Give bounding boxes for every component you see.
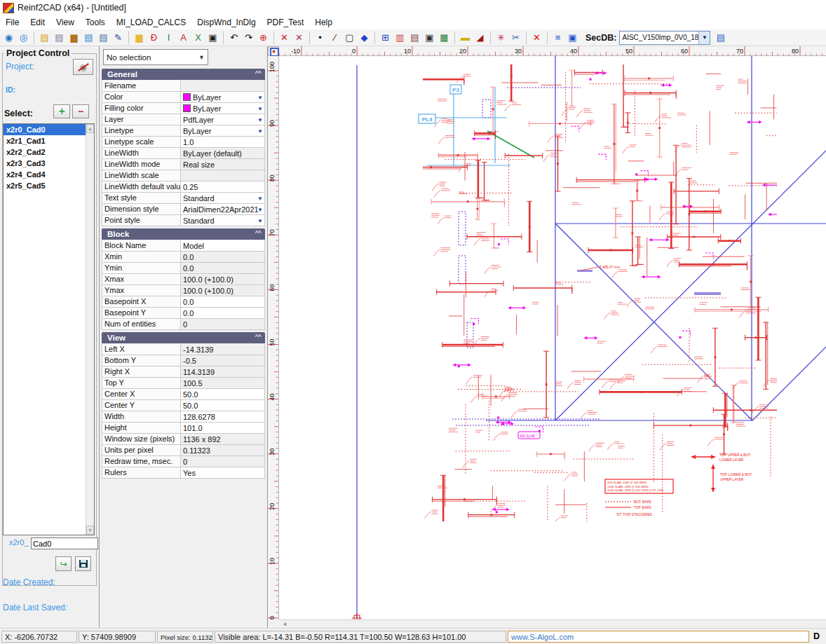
property-value[interactable]: 0.0 — [181, 308, 264, 318]
save-edit-icon[interactable]: ✎ — [111, 31, 125, 44]
erase-group-icon[interactable]: ✕ — [292, 31, 306, 44]
undo-icon[interactable]: ↶ — [227, 31, 241, 44]
list-scrollbar[interactable]: ▲ ▼ — [86, 124, 94, 535]
scroll-down-icon[interactable]: ▼ — [86, 526, 94, 535]
property-value[interactable]: 50.0 — [181, 400, 264, 411]
menu-file[interactable]: File — [0, 16, 25, 29]
draw-polyline-icon[interactable]: ▢ — [343, 31, 356, 44]
open-box-icon[interactable]: ▆ — [67, 31, 81, 44]
scroll-up-icon[interactable]: ▲ — [86, 124, 94, 133]
measure-ruler-icon[interactable]: ▬ — [459, 31, 472, 44]
menu-edit[interactable]: Edit — [25, 16, 50, 29]
menu-help[interactable]: Help — [309, 16, 338, 29]
property-value[interactable]: ByLayer▼ — [181, 92, 264, 102]
menu-pdf_test[interactable]: PDF_Test — [262, 16, 310, 29]
export-pdf-icon[interactable]: Α — [177, 31, 190, 44]
export-table-icon[interactable]: ▦ — [438, 31, 451, 44]
rename-input[interactable] — [31, 537, 98, 549]
list-view-icon[interactable]: ≡ — [551, 31, 564, 44]
secdb-settings-icon[interactable]: ▤ — [714, 31, 727, 44]
remove-cad-button[interactable]: − — [72, 104, 89, 118]
property-value[interactable]: PdfLayer▼ — [181, 114, 264, 125]
menu-view[interactable]: View — [50, 16, 80, 29]
redo-icon[interactable]: ↷ — [242, 31, 255, 44]
erase-entity-icon[interactable]: ✕ — [278, 31, 291, 44]
horizontal-scrollbar[interactable]: ◂ — [279, 619, 826, 628]
property-value[interactable]: 101.0 — [181, 423, 264, 433]
project-visibility-button[interactable]: ◉ — [73, 59, 93, 75]
svg-text:P3: P3 — [452, 87, 459, 93]
collapse-chevron-icon[interactable]: ^^ — [255, 69, 261, 76]
property-value[interactable]: ArialDimen22Apr2021▼ — [181, 204, 264, 214]
window-net-icon[interactable]: ⊞ — [379, 31, 392, 44]
dropdown-arrow-icon[interactable]: ▼ — [257, 95, 263, 101]
section-header-view[interactable]: View^^ — [102, 332, 265, 343]
chevron-down-icon[interactable]: ▼ — [698, 32, 710, 44]
drawing-settings-icon[interactable]: ▤ — [53, 31, 66, 44]
delete-all-icon[interactable]: ✕ — [530, 31, 543, 44]
section-header-block[interactable]: Block^^ — [102, 228, 265, 240]
draw-line-icon[interactable]: ∕ — [328, 31, 341, 44]
dropdown-arrow-icon[interactable]: ▼ — [257, 196, 263, 202]
copy-view-icon[interactable]: ▣ — [566, 31, 579, 44]
rebar-knot-icon[interactable]: ✳ — [494, 31, 508, 44]
property-value[interactable]: 0.0 — [181, 296, 264, 307]
refresh-windows-icon[interactable]: ▤ — [82, 31, 95, 44]
property-value[interactable]: 0.25 — [181, 181, 264, 192]
list-item[interactable]: x2r2_Cad2 — [4, 146, 86, 158]
selection-combo[interactable]: No selection ▼ — [103, 49, 208, 65]
zoom-extents-icon[interactable]: ⊕ — [257, 31, 270, 44]
menu-dispwnd_indlg[interactable]: DispWnd_InDlg — [191, 16, 261, 29]
property-value[interactable]: 128.6278 — [181, 411, 264, 422]
dropdown-arrow-icon[interactable]: ▼ — [257, 106, 263, 112]
draw-shapes-icon[interactable]: ◆ — [358, 31, 371, 44]
property-value[interactable]: Yes — [181, 467, 264, 478]
list-item[interactable]: x2r1_Cad1 — [4, 135, 86, 146]
load-cad-button[interactable]: ↪ — [55, 556, 72, 571]
list-item[interactable]: x2r4_Cad4 — [4, 169, 86, 180]
property-value[interactable]: Model — [181, 240, 264, 251]
list-item[interactable]: x2r0_Cad0 — [4, 124, 86, 135]
drawing-canvas[interactable]: P3PL4400 SLAB5,965.07 mmTOP. UPPER & BOT… — [279, 56, 826, 619]
window-fill-icon[interactable]: ▥ — [393, 31, 407, 44]
dropdown-arrow-icon[interactable]: ▼ — [257, 218, 263, 224]
save-window-icon[interactable]: ▤ — [97, 31, 110, 44]
property-value[interactable]: Standard▼ — [181, 193, 264, 203]
dropdown-arrow-icon[interactable]: ▼ — [257, 207, 263, 213]
import-dxf-icon[interactable]: Ð — [147, 31, 161, 44]
save-cad-button[interactable] — [75, 556, 91, 571]
select-pick-icon[interactable]: ◉ — [2, 31, 15, 44]
scroll-left-icon[interactable]: ◂ — [280, 621, 289, 628]
window-doc-icon[interactable]: ▤ — [408, 31, 421, 44]
svg-text:5,965.07 mm: 5,965.07 mm — [600, 265, 620, 269]
dropdown-arrow-icon[interactable]: ▼ — [257, 128, 263, 135]
save-disk-icon[interactable]: ▣ — [206, 31, 219, 44]
export-excel-icon[interactable]: Χ — [191, 31, 205, 44]
property-value[interactable]: 1.0 — [181, 137, 264, 147]
property-value[interactable]: 50.0 — [181, 389, 264, 399]
list-item[interactable]: x2r3_Cad3 — [4, 158, 86, 169]
slope-tool-icon[interactable]: ◢ — [473, 31, 487, 44]
section-header-general[interactable]: General^^ — [102, 69, 265, 80]
tools-icon[interactable]: ✂ — [509, 31, 522, 44]
add-cad-button[interactable]: ＋ — [53, 104, 70, 118]
list-item[interactable]: x2r5_Cad5 — [4, 180, 86, 191]
ruler-corner[interactable] — [268, 46, 279, 56]
save-all-icon[interactable]: ▣ — [423, 31, 436, 44]
property-value[interactable]: Standard▼ — [181, 215, 264, 226]
collapse-chevron-icon[interactable]: ^^ — [255, 333, 261, 340]
property-value-text: 100.0 (+100.0) — [183, 275, 233, 284]
collapse-chevron-icon[interactable]: ^^ — [255, 229, 261, 236]
secdb-combo[interactable]: AISC_V150Imp_0V0_18082(▼ — [619, 31, 710, 45]
menu-tools[interactable]: Tools — [80, 16, 111, 29]
dropdown-arrow-icon[interactable]: ▼ — [257, 117, 263, 123]
new-drawing-icon[interactable]: ▤ — [38, 31, 51, 44]
open-folder-icon[interactable]: ▆ — [133, 31, 146, 44]
draw-point-icon[interactable]: • — [313, 31, 327, 44]
import-image-icon[interactable]: Ι — [162, 31, 175, 44]
menu-mi_load_calcs[interactable]: MI_LOAD_CALCS — [111, 16, 191, 29]
property-value[interactable]: ByLayer▼ — [181, 125, 264, 136]
property-value[interactable]: ByLayer▼ — [181, 103, 264, 114]
property-label: Dimension style — [102, 204, 181, 214]
select-remove-icon[interactable]: ◎ — [17, 31, 30, 44]
